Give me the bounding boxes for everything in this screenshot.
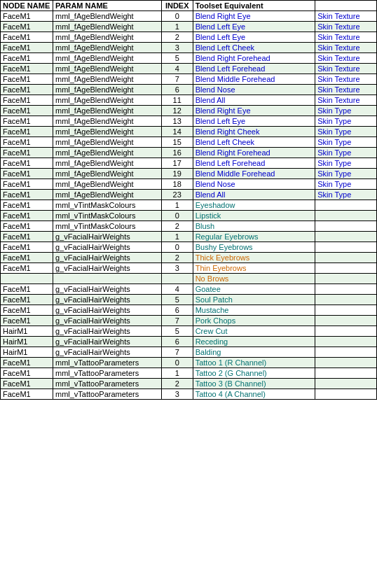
cell-toolset: Thin Eyebrows	[193, 263, 315, 274]
cell-index: 12	[161, 106, 193, 116]
cell-param: g_vFacialHairWeights	[53, 284, 161, 295]
cell-toolset: Blend Left Cheek	[193, 137, 315, 148]
cell-index: 6	[161, 337, 193, 347]
cell-extra	[315, 337, 377, 347]
cell-extra: Skin Type	[315, 116, 377, 127]
cell-extra	[315, 389, 377, 400]
cell-node: FaceM1	[1, 190, 53, 200]
cell-extra: Skin Texture	[315, 95, 377, 106]
cell-extra: Skin Texture	[315, 64, 377, 74]
table-row: FaceM1mml_fAgeBlendWeight4Blend Left For…	[1, 64, 377, 74]
cell-extra: Skin Type	[315, 148, 377, 158]
table-row: FaceM1mml_vTattooParameters0Tattoo 1 (R …	[1, 358, 377, 368]
cell-index: 2	[161, 379, 193, 389]
cell-extra	[315, 358, 377, 368]
cell-toolset: Blend Nose	[193, 85, 315, 95]
table-row: FaceM1mml_fAgeBlendWeight7Blend Middle F…	[1, 74, 377, 85]
cell-index: 23	[161, 190, 193, 200]
cell-extra	[315, 347, 377, 358]
cell-node: FaceM1	[1, 116, 53, 127]
cell-param: mml_vTintMaskColours	[53, 200, 161, 211]
table-row: FaceM1mml_fAgeBlendWeight5Blend Right Fo…	[1, 53, 377, 64]
cell-index: 3	[161, 389, 193, 400]
cell-extra: Skin Type	[315, 137, 377, 148]
header-param: PARAM NAME	[53, 1, 161, 11]
cell-toolset: Blend Right Forehead	[193, 148, 315, 158]
cell-index: 13	[161, 116, 193, 127]
cell-toolset: Blush	[193, 221, 315, 232]
header-node: NODE NAME	[1, 1, 53, 11]
table-row: HairM1g_vFacialHairWeights7Balding	[1, 347, 377, 358]
cell-toolset: Blend Right Forehead	[193, 53, 315, 64]
cell-index: 16	[161, 148, 193, 158]
table-row: FaceM1mml_fAgeBlendWeight6Blend NoseSkin…	[1, 85, 377, 95]
cell-toolset: Blend Nose	[193, 179, 315, 190]
cell-param: mml_fAgeBlendWeight	[53, 158, 161, 169]
cell-index: 6	[161, 305, 193, 316]
cell-toolset: Tattoo 1 (R Channel)	[193, 358, 315, 368]
cell-toolset: Blend Middle Forehead	[193, 169, 315, 179]
cell-extra: Skin Texture	[315, 43, 377, 53]
cell-toolset: Blend Left Eye	[193, 116, 315, 127]
cell-node: HairM1	[1, 326, 53, 337]
cell-param: mml_fAgeBlendWeight	[53, 148, 161, 158]
cell-toolset: Blend Right Eye	[193, 106, 315, 116]
table-row: FaceM1mml_fAgeBlendWeight11Blend AllSkin…	[1, 95, 377, 106]
cell-index: 1	[161, 232, 193, 242]
cell-toolset: Blend Left Eye	[193, 32, 315, 43]
table-row: FaceM1mml_fAgeBlendWeight19Blend Middle …	[1, 169, 377, 179]
cell-param: g_vFacialHairWeights	[53, 242, 161, 253]
cell-toolset: Tattoo 4 (A Channel)	[193, 389, 315, 400]
cell-node: FaceM1	[1, 263, 53, 274]
cell-toolset: Blend Left Cheek	[193, 43, 315, 53]
cell-toolset: Lipstick	[193, 211, 315, 221]
cell-extra	[315, 242, 377, 253]
cell-index: 0	[161, 11, 193, 22]
cell-param: g_vFacialHairWeights	[53, 305, 161, 316]
cell-extra	[315, 232, 377, 242]
cell-index: 17	[161, 158, 193, 169]
cell-node: HairM1	[1, 347, 53, 358]
cell-param: mml_fAgeBlendWeight	[53, 22, 161, 32]
cell-node: FaceM1	[1, 127, 53, 137]
data-table: NODE NAME PARAM NAME INDEX Toolset Equiv…	[0, 0, 377, 400]
cell-toolset: Soul Patch	[193, 295, 315, 305]
cell-param: mml_vTintMaskColours	[53, 221, 161, 232]
cell-index: 0	[161, 242, 193, 253]
cell-param: g_vFacialHairWeights	[53, 347, 161, 358]
table-row: FaceM1mml_fAgeBlendWeight15Blend Left Ch…	[1, 137, 377, 148]
table-row: FaceM1g_vFacialHairWeights5Soul Patch	[1, 295, 377, 305]
cell-node: FaceM1	[1, 221, 53, 232]
cell-param	[53, 274, 161, 284]
cell-param: mml_fAgeBlendWeight	[53, 137, 161, 148]
cell-toolset: Blend Left Forehead	[193, 64, 315, 74]
table-row: FaceM1mml_vTattooParameters1Tattoo 2 (G …	[1, 368, 377, 379]
cell-extra	[315, 284, 377, 295]
cell-node: HairM1	[1, 337, 53, 347]
cell-extra: Skin Type	[315, 106, 377, 116]
cell-extra: Skin Type	[315, 127, 377, 137]
cell-index: 7	[161, 74, 193, 85]
header-extra	[315, 1, 377, 11]
cell-param: mml_fAgeBlendWeight	[53, 116, 161, 127]
cell-extra: Skin Texture	[315, 11, 377, 22]
cell-node: FaceM1	[1, 137, 53, 148]
table-row: FaceM1mml_fAgeBlendWeight14Blend Right C…	[1, 127, 377, 137]
cell-param: mml_fAgeBlendWeight	[53, 190, 161, 200]
header-toolset: Toolset Equivalent	[193, 1, 315, 11]
cell-param: g_vFacialHairWeights	[53, 232, 161, 242]
table-row: FaceM1g_vFacialHairWeights7Pork Chops	[1, 316, 377, 326]
cell-toolset: Blend All	[193, 190, 315, 200]
table-row: FaceM1mml_fAgeBlendWeight16Blend Right F…	[1, 148, 377, 158]
cell-index: 1	[161, 22, 193, 32]
cell-node: FaceM1	[1, 305, 53, 316]
cell-extra: Skin Type	[315, 179, 377, 190]
cell-node: FaceM1	[1, 169, 53, 179]
cell-extra	[315, 379, 377, 389]
cell-extra: Skin Texture	[315, 22, 377, 32]
cell-node: FaceM1	[1, 106, 53, 116]
cell-node: FaceM1	[1, 253, 53, 263]
cell-toolset: Blend Middle Forehead	[193, 74, 315, 85]
cell-param: mml_fAgeBlendWeight	[53, 74, 161, 85]
cell-toolset: Tattoo 2 (G Channel)	[193, 368, 315, 379]
